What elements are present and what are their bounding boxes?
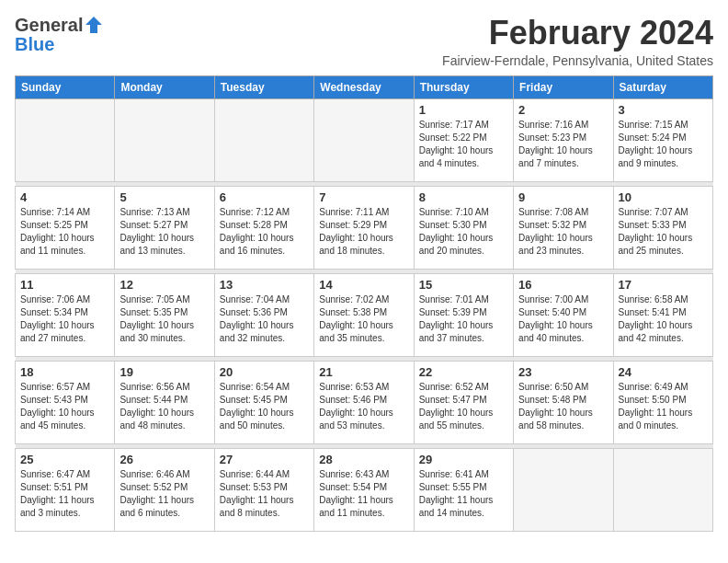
- day-number: 11: [20, 278, 109, 292]
- calendar-week-row: 4Sunrise: 7:14 AM Sunset: 5:25 PM Daylig…: [16, 186, 713, 269]
- day-number: 12: [119, 278, 209, 292]
- day-number: 6: [220, 190, 309, 204]
- calendar-cell: 18Sunrise: 6:57 AM Sunset: 5:43 PM Dayli…: [16, 361, 115, 443]
- day-number: 1: [419, 103, 508, 117]
- day-number: 13: [220, 278, 309, 292]
- calendar-cell: 27Sunrise: 6:44 AM Sunset: 5:53 PM Dayli…: [214, 448, 313, 531]
- weekday-header-sunday: Sunday: [16, 75, 115, 98]
- day-number: 24: [619, 365, 708, 379]
- cell-info: Sunrise: 6:43 AM Sunset: 5:54 PM Dayligh…: [319, 468, 408, 520]
- weekday-header-thursday: Thursday: [414, 75, 513, 98]
- cell-info: Sunrise: 6:53 AM Sunset: 5:46 PM Dayligh…: [319, 381, 408, 432]
- calendar-cell: 16Sunrise: 7:00 AM Sunset: 5:40 PM Dayli…: [514, 273, 613, 356]
- calendar-cell: 25Sunrise: 6:47 AM Sunset: 5:51 PM Dayli…: [16, 448, 115, 531]
- logo-icon: [84, 15, 104, 35]
- calendar-cell: [314, 98, 414, 181]
- calendar-cell: 2Sunrise: 7:16 AM Sunset: 5:23 PM Daylig…: [514, 98, 613, 181]
- calendar-cell: 21Sunrise: 6:53 AM Sunset: 5:46 PM Dayli…: [314, 361, 414, 443]
- calendar-cell: 15Sunrise: 7:01 AM Sunset: 5:39 PM Dayli…: [414, 273, 513, 356]
- calendar-cell: 23Sunrise: 6:50 AM Sunset: 5:48 PM Dayli…: [514, 361, 613, 443]
- weekday-header-friday: Friday: [514, 75, 613, 98]
- day-number: 3: [619, 103, 708, 117]
- cell-info: Sunrise: 7:13 AM Sunset: 5:27 PM Dayligh…: [119, 206, 209, 258]
- calendar-cell: [613, 448, 712, 531]
- weekday-header-wednesday: Wednesday: [314, 75, 414, 98]
- weekday-header-tuesday: Tuesday: [214, 75, 313, 98]
- cell-info: Sunrise: 7:15 AM Sunset: 5:24 PM Dayligh…: [619, 119, 708, 170]
- day-number: 8: [419, 190, 508, 204]
- day-number: 2: [518, 103, 608, 117]
- calendar-cell: 24Sunrise: 6:49 AM Sunset: 5:50 PM Dayli…: [613, 361, 712, 443]
- day-number: 18: [20, 365, 109, 379]
- calendar-cell: 4Sunrise: 7:14 AM Sunset: 5:25 PM Daylig…: [16, 186, 115, 269]
- calendar-week-row: 1Sunrise: 7:17 AM Sunset: 5:22 PM Daylig…: [16, 98, 713, 181]
- day-number: 25: [20, 453, 109, 466]
- calendar-cell: 1Sunrise: 7:17 AM Sunset: 5:22 PM Daylig…: [414, 98, 513, 181]
- calendar-cell: 19Sunrise: 6:56 AM Sunset: 5:44 PM Dayli…: [115, 361, 214, 443]
- logo-blue: Blue: [15, 34, 54, 55]
- cell-info: Sunrise: 6:47 AM Sunset: 5:51 PM Dayligh…: [20, 468, 109, 520]
- cell-info: Sunrise: 7:00 AM Sunset: 5:40 PM Dayligh…: [518, 293, 608, 345]
- day-number: 9: [518, 190, 608, 204]
- cell-info: Sunrise: 7:06 AM Sunset: 5:34 PM Dayligh…: [20, 293, 109, 345]
- calendar-week-row: 11Sunrise: 7:06 AM Sunset: 5:34 PM Dayli…: [16, 273, 713, 356]
- day-number: 16: [518, 278, 608, 292]
- day-number: 23: [518, 365, 608, 379]
- calendar-cell: 9Sunrise: 7:08 AM Sunset: 5:32 PM Daylig…: [514, 186, 613, 269]
- logo: General Blue: [15, 15, 104, 55]
- calendar-cell: 10Sunrise: 7:07 AM Sunset: 5:33 PM Dayli…: [613, 186, 712, 269]
- day-number: 27: [220, 453, 309, 466]
- cell-info: Sunrise: 7:11 AM Sunset: 5:29 PM Dayligh…: [319, 206, 408, 258]
- day-number: 28: [319, 453, 408, 466]
- calendar-cell: 20Sunrise: 6:54 AM Sunset: 5:45 PM Dayli…: [214, 361, 313, 443]
- calendar-week-row: 18Sunrise: 6:57 AM Sunset: 5:43 PM Dayli…: [16, 361, 713, 443]
- calendar-cell: 14Sunrise: 7:02 AM Sunset: 5:38 PM Dayli…: [314, 273, 414, 356]
- cell-info: Sunrise: 6:44 AM Sunset: 5:53 PM Dayligh…: [220, 468, 309, 520]
- calendar-cell: 6Sunrise: 7:12 AM Sunset: 5:28 PM Daylig…: [214, 186, 313, 269]
- cell-info: Sunrise: 7:07 AM Sunset: 5:33 PM Dayligh…: [619, 206, 708, 258]
- day-number: 21: [319, 365, 408, 379]
- header: General Blue February 2024 Fairview-Fern…: [15, 15, 713, 68]
- calendar-table: SundayMondayTuesdayWednesdayThursdayFrid…: [15, 75, 713, 532]
- subtitle: Fairview-Ferndale, Pennsylvania, United …: [442, 53, 713, 68]
- cell-info: Sunrise: 6:49 AM Sunset: 5:50 PM Dayligh…: [619, 381, 708, 432]
- cell-info: Sunrise: 6:58 AM Sunset: 5:41 PM Dayligh…: [619, 293, 708, 345]
- day-number: 5: [119, 190, 209, 204]
- calendar-cell: 11Sunrise: 7:06 AM Sunset: 5:34 PM Dayli…: [16, 273, 115, 356]
- cell-info: Sunrise: 7:08 AM Sunset: 5:32 PM Dayligh…: [518, 206, 608, 258]
- day-number: 29: [419, 453, 508, 466]
- calendar-cell: 17Sunrise: 6:58 AM Sunset: 5:41 PM Dayli…: [613, 273, 712, 356]
- day-number: 7: [319, 190, 408, 204]
- cell-info: Sunrise: 6:57 AM Sunset: 5:43 PM Dayligh…: [20, 381, 109, 432]
- cell-info: Sunrise: 7:16 AM Sunset: 5:23 PM Dayligh…: [518, 119, 608, 170]
- cell-info: Sunrise: 6:46 AM Sunset: 5:52 PM Dayligh…: [119, 468, 209, 520]
- calendar-cell: 3Sunrise: 7:15 AM Sunset: 5:24 PM Daylig…: [613, 98, 712, 181]
- calendar-cell: [514, 448, 613, 531]
- day-number: 19: [119, 365, 209, 379]
- calendar-week-row: 25Sunrise: 6:47 AM Sunset: 5:51 PM Dayli…: [16, 448, 713, 531]
- day-number: 10: [619, 190, 708, 204]
- day-number: 14: [319, 278, 408, 292]
- logo-general: General: [15, 15, 83, 36]
- cell-info: Sunrise: 6:41 AM Sunset: 5:55 PM Dayligh…: [419, 468, 508, 520]
- calendar-cell: 8Sunrise: 7:10 AM Sunset: 5:30 PM Daylig…: [414, 186, 513, 269]
- day-number: 26: [119, 453, 209, 466]
- calendar-cell: 5Sunrise: 7:13 AM Sunset: 5:27 PM Daylig…: [115, 186, 214, 269]
- calendar-cell: 28Sunrise: 6:43 AM Sunset: 5:54 PM Dayli…: [314, 448, 414, 531]
- cell-info: Sunrise: 6:50 AM Sunset: 5:48 PM Dayligh…: [518, 381, 608, 432]
- cell-info: Sunrise: 7:17 AM Sunset: 5:22 PM Dayligh…: [419, 119, 508, 170]
- calendar-cell: 12Sunrise: 7:05 AM Sunset: 5:35 PM Dayli…: [115, 273, 214, 356]
- calendar-cell: 29Sunrise: 6:41 AM Sunset: 5:55 PM Dayli…: [414, 448, 513, 531]
- cell-info: Sunrise: 7:12 AM Sunset: 5:28 PM Dayligh…: [220, 206, 309, 258]
- weekday-header-row: SundayMondayTuesdayWednesdayThursdayFrid…: [16, 75, 713, 98]
- calendar-cell: [16, 98, 115, 181]
- cell-info: Sunrise: 7:14 AM Sunset: 5:25 PM Dayligh…: [20, 206, 109, 258]
- calendar-cell: 26Sunrise: 6:46 AM Sunset: 5:52 PM Dayli…: [115, 448, 214, 531]
- day-number: 17: [619, 278, 708, 292]
- day-number: 15: [419, 278, 508, 292]
- calendar-cell: 22Sunrise: 6:52 AM Sunset: 5:47 PM Dayli…: [414, 361, 513, 443]
- cell-info: Sunrise: 6:56 AM Sunset: 5:44 PM Dayligh…: [119, 381, 209, 432]
- calendar-cell: [214, 98, 313, 181]
- title-area: February 2024 Fairview-Ferndale, Pennsyl…: [442, 15, 713, 68]
- day-number: 20: [220, 365, 309, 379]
